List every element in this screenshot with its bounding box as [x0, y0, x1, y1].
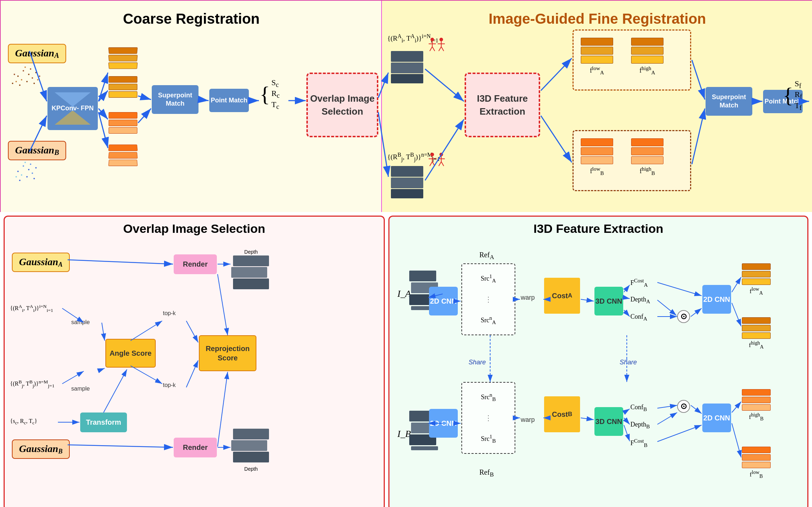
fa-box: flowA fhighA: [572, 29, 691, 91]
svg-rect-102: [409, 271, 436, 281]
svg-point-26: [24, 162, 26, 163]
superpoint-match-fine-box: Superpoint Match: [706, 87, 752, 116]
svg-point-15: [39, 75, 40, 77]
overlap-panel-title: Overlap Image Selection: [5, 217, 384, 239]
svg-point-0: [17, 75, 19, 77]
svg-line-138: [732, 402, 741, 412]
svg-point-20: [26, 176, 28, 178]
share-b-label: Share: [620, 359, 637, 366]
svg-line-123: [691, 308, 702, 317]
svg-point-14: [12, 83, 13, 84]
svg-point-11: [33, 83, 35, 84]
svg-point-27: [33, 178, 35, 179]
svg-point-17: [23, 165, 24, 167]
svg-line-119: [624, 310, 630, 317]
svg-point-7: [35, 72, 37, 73]
svg-point-9: [19, 84, 20, 86]
svg-rect-109: [411, 446, 438, 450]
pointcloud-a: [7, 64, 43, 89]
pointcloud-b: [7, 159, 43, 184]
svg-line-87: [68, 445, 173, 447]
svg-rect-82: [233, 429, 269, 439]
svg-line-132: [624, 418, 630, 424]
svg-line-130: [581, 418, 594, 420]
bl-render-b-box: Render: [174, 438, 217, 457]
svg-point-25: [19, 180, 20, 181]
svg-point-23: [35, 167, 37, 169]
svg-point-49: [439, 153, 443, 156]
cnn2d-a-box: 2D CNN: [429, 287, 458, 315]
svg-line-90: [62, 371, 84, 384]
svg-line-89: [102, 323, 105, 341]
i3d-feature-box: I3D Feature Extraction: [465, 73, 540, 137]
svg-point-10: [24, 66, 26, 68]
sf-rf-tf-output: { Sf Rf Tf: [783, 79, 802, 112]
bl-sc-rc-tc: {sc, Rc, Tc}: [10, 418, 37, 426]
cnn2d-a-right-box: 2D CNN: [702, 285, 731, 314]
gaussian-b-label: GaussianB: [8, 141, 66, 160]
kpconv-fpn-box: KPConv- FPN: [47, 87, 98, 130]
svg-rect-83: [231, 440, 267, 451]
bl-topk-a: top-k: [163, 310, 176, 317]
svg-line-92: [131, 321, 162, 341]
feat-stack-a-top: [109, 47, 137, 69]
warp-b-label: warp: [521, 416, 535, 424]
bl-transform-box: Transform: [80, 412, 127, 432]
share-a-label: Share: [469, 359, 486, 366]
superpoint-match-box: Superpoint Match: [152, 85, 199, 114]
svg-rect-81: [233, 278, 269, 289]
svg-rect-79: [233, 255, 269, 266]
fa-low-stack: flowA: [581, 38, 613, 76]
cost-b-box: CostB: [544, 396, 580, 432]
dot-op-a: ⊙: [677, 310, 690, 323]
bl-gaussian-a: GaussianA: [12, 253, 70, 272]
br-fa-low-stack: flowA: [742, 263, 771, 296]
bl-reprojection-box: Reprojection Score: [199, 335, 256, 371]
svg-line-116: [581, 299, 594, 301]
svg-line-97: [218, 372, 228, 447]
svg-line-120: [657, 282, 702, 296]
coarse-title: Coarse Registration: [1, 4, 382, 31]
svg-line-125: [732, 303, 741, 326]
fb-cost-label: FCostB: [630, 438, 648, 448]
br-fa-high-stack: fhighA: [742, 317, 771, 350]
bl-poses-a: {(RAi, TAi)}i=Ni=1: [10, 303, 53, 314]
fb-box: flowB fhighB: [572, 130, 691, 191]
svg-line-43: [441, 47, 444, 51]
svg-point-22: [15, 176, 17, 178]
bl-depth-a-stack: Depth: [231, 249, 271, 293]
br-fb-low-stack: flowB: [742, 447, 771, 479]
depth-b-label: DepthB: [630, 421, 650, 430]
svg-line-133: [624, 425, 630, 441]
svg-point-16: [17, 171, 19, 172]
svg-line-98: [104, 369, 127, 412]
svg-point-5: [32, 77, 33, 79]
svg-rect-54: [391, 166, 423, 177]
svg-line-134: [657, 405, 677, 408]
svg-point-39: [439, 38, 443, 41]
conf-b-label: ConfB: [630, 404, 647, 412]
svg-line-37: [430, 47, 432, 51]
svg-point-12: [14, 74, 15, 75]
bottom-section: Overlap Image Selection GaussianA Gaussi…: [0, 212, 812, 507]
svg-line-118: [624, 298, 630, 299]
svg-rect-84: [233, 452, 269, 462]
ib-label: I_B: [397, 429, 411, 439]
svg-line-136: [657, 425, 702, 442]
fine-title: Image-Guided Fine Registration: [382, 4, 812, 31]
svg-point-3: [21, 79, 22, 80]
cnn3d-b-box: 3D CNN: [594, 407, 623, 436]
src-b-box: SrcnB ⋮ Src1B: [461, 382, 515, 454]
warp-a-label: warp: [521, 294, 535, 301]
svg-point-18: [28, 169, 29, 170]
i3d-panel-title: I3D Feature Extraction: [389, 217, 807, 239]
svg-line-52: [439, 162, 441, 166]
sc-rc-tc-label: { Sc Rc Tc: [260, 78, 280, 111]
svg-line-95: [186, 360, 198, 387]
svg-rect-56: [391, 189, 423, 198]
svg-line-131: [624, 409, 630, 412]
bl-depth-b-stack: Depth: [231, 429, 271, 472]
svg-line-38: [432, 47, 435, 51]
svg-line-121: [657, 300, 676, 315]
fa-high-stack: fhighA: [631, 38, 663, 76]
